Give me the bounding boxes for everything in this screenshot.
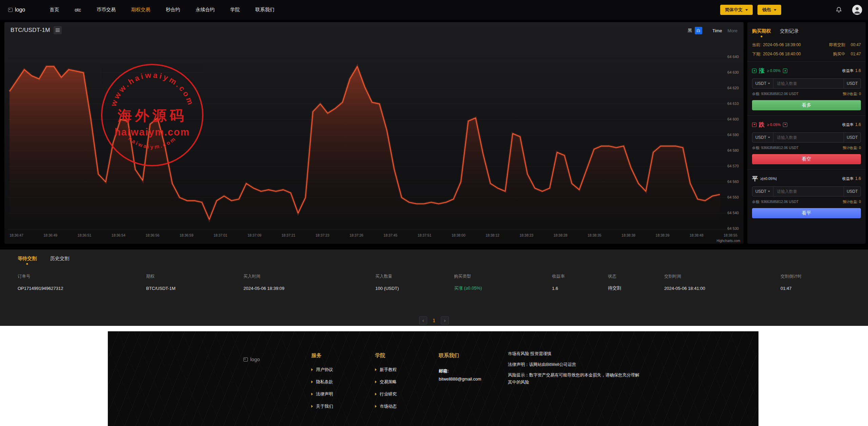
balance-label: 余额: bbox=[752, 146, 760, 150]
column-header: 订单号 bbox=[18, 274, 146, 279]
tab-settle-records[interactable]: 交割记录 bbox=[780, 28, 799, 34]
interval-time-button[interactable]: Time bbox=[712, 28, 722, 33]
footer-column-title: 联系我们 bbox=[439, 352, 481, 359]
x-axis-label: 18:38:23 bbox=[519, 233, 533, 237]
symbol-label: BTC/USDT-1M bbox=[11, 27, 50, 34]
chart-credit[interactable]: Highcharts.com bbox=[717, 239, 740, 243]
logo[interactable]: logo bbox=[8, 7, 25, 13]
wallet-button[interactable]: 钱包 bbox=[757, 5, 781, 15]
notification-bell-icon[interactable] bbox=[835, 6, 842, 13]
logo-image-icon bbox=[8, 8, 13, 12]
tab-history-settlement[interactable]: 历史交割 bbox=[50, 256, 69, 262]
chevron-down-icon bbox=[774, 9, 776, 11]
unit-label: USDT bbox=[844, 133, 861, 142]
nav-item-7[interactable]: 联系我们 bbox=[255, 7, 274, 13]
currency-select[interactable]: USDT bbox=[752, 187, 773, 196]
x-axis-label: 18:36:56 bbox=[145, 233, 159, 237]
footer-logo[interactable]: logo bbox=[243, 356, 260, 362]
buy-down-button[interactable]: 看空 bbox=[752, 154, 861, 164]
balance-value: 93663585812.06 USDT bbox=[761, 92, 798, 96]
chart-controls: 黑 白 Time More bbox=[688, 27, 737, 34]
currency-select[interactable]: USDT bbox=[752, 133, 773, 142]
footer-links: 新手教程交易策略行业研究市场动态 bbox=[375, 364, 397, 412]
current-period-row: 当前:2024-05-06 18:39:00 即将交割00:47 bbox=[752, 40, 861, 50]
profit-value: 0 bbox=[859, 200, 861, 204]
x-axis-label: 18:38:00 bbox=[452, 233, 466, 237]
arrow-right-icon bbox=[375, 393, 377, 395]
profit-value: 0 bbox=[859, 146, 861, 150]
rate-value: 1.6 bbox=[855, 122, 861, 127]
nav-item-6[interactable]: 学院 bbox=[230, 7, 240, 13]
email-label: 邮箱: bbox=[439, 368, 481, 374]
nav-item-0[interactable]: 首页 bbox=[50, 7, 59, 13]
theme-light-button[interactable]: 白 bbox=[695, 27, 702, 34]
x-axis-label: 18:38:35 bbox=[588, 233, 601, 237]
language-select-button[interactable]: 简体中文 bbox=[720, 5, 753, 15]
balance-row: 余额: 93663585812.06 USDT 预计收益: 0 bbox=[752, 146, 861, 150]
x-axis-label: 18:38:38 bbox=[622, 233, 635, 237]
unit-label: USDT bbox=[844, 187, 861, 196]
footer-link[interactable]: 行业研究 bbox=[375, 388, 397, 400]
balance-label: 余额: bbox=[752, 92, 760, 96]
tab-pending-settlement[interactable]: 等待交割 bbox=[18, 256, 37, 262]
table-row: OP1714991949627312BTC/USDT-1M2024-05-06 … bbox=[18, 281, 868, 296]
buy-up-button[interactable]: 看多 bbox=[752, 100, 861, 110]
next-time: 2024-05-06 18:40:00 bbox=[763, 52, 801, 56]
footer-link[interactable]: 用户协议 bbox=[311, 364, 333, 376]
current-page[interactable]: 1 bbox=[433, 318, 435, 323]
price-chart[interactable] bbox=[4, 22, 744, 244]
footer-link[interactable]: 法律声明 bbox=[311, 388, 333, 400]
more-button[interactable]: More bbox=[727, 28, 737, 33]
direction-label: 跌 bbox=[759, 121, 765, 129]
rate-label: 收益率 bbox=[842, 177, 853, 181]
arrow-right-icon bbox=[311, 368, 313, 371]
footer-link[interactable]: 隐私条款 bbox=[311, 376, 333, 388]
chart-menu-button[interactable] bbox=[54, 26, 62, 34]
footer-link[interactable]: 关于我们 bbox=[311, 400, 333, 412]
nav-item-5[interactable]: 永续合约 bbox=[196, 7, 215, 13]
buy-flat-button[interactable]: 看平 bbox=[752, 208, 861, 218]
footer-link[interactable]: 新手教程 bbox=[375, 364, 397, 376]
nav-item-3[interactable]: 期权交易 bbox=[131, 7, 150, 13]
currency-select[interactable]: USDT bbox=[752, 79, 773, 88]
tab-buy-option[interactable]: 购买期权 bbox=[752, 28, 771, 34]
prev-page-button[interactable]: ‹ bbox=[419, 316, 427, 325]
column-header: 购买类型 bbox=[454, 274, 552, 279]
x-axis-label: 18:36:59 bbox=[179, 233, 193, 237]
menu-icon bbox=[56, 28, 60, 32]
x-axis-label: 18:37:21 bbox=[281, 233, 295, 237]
footer-link[interactable]: 市场动态 bbox=[375, 400, 397, 412]
arrow-right-icon bbox=[375, 368, 377, 371]
x-axis-label: 18:36:49 bbox=[43, 233, 57, 237]
x-axis-label: 18:37:01 bbox=[214, 233, 228, 237]
next-page-button[interactable]: › bbox=[441, 316, 449, 325]
trade-panel-tabs: 购买期权 交割记录 bbox=[752, 28, 861, 34]
table-cell: 2024-05-06 18:39:09 bbox=[243, 286, 375, 291]
up-arrow-icon bbox=[783, 69, 787, 73]
nav-item-2[interactable]: 币币交易 bbox=[97, 7, 116, 13]
x-axis-label: 18:37:26 bbox=[350, 233, 363, 237]
chart-header: BTC/USDT-1M bbox=[11, 26, 62, 34]
balance-label: 余额: bbox=[752, 200, 760, 204]
rate-value: 1.6 bbox=[855, 176, 861, 181]
amount-input-down[interactable] bbox=[773, 133, 844, 142]
column-header: 交割时间 bbox=[664, 274, 781, 279]
arrow-right-icon bbox=[311, 393, 313, 395]
x-axis: 18:36:4718:36:4918:36:5118:36:5418:36:56… bbox=[9, 233, 737, 237]
direction-label: 平 bbox=[752, 175, 758, 183]
balance-row: 余额: 93663585812.06 USDT 预计收益: 0 bbox=[752, 200, 861, 204]
top-nav: logo 首页otc币币交易期权交易秒合约永续合约学院联系我们 简体中文 钱包 bbox=[0, 0, 868, 20]
user-avatar[interactable] bbox=[852, 4, 863, 15]
table-cell: BTC/USDT-1M bbox=[146, 286, 243, 291]
unit-label: USDT bbox=[844, 79, 861, 88]
amount-input-up[interactable] bbox=[773, 79, 844, 88]
amount-input-flat[interactable] bbox=[773, 187, 844, 196]
email-address[interactable]: bitwell888@gmail.com bbox=[439, 377, 481, 382]
theme-dark-button[interactable]: 黑 bbox=[688, 27, 692, 34]
footer-link[interactable]: 交易策略 bbox=[375, 376, 397, 388]
nav-item-4[interactable]: 秒合约 bbox=[166, 7, 180, 13]
up-arrow-icon bbox=[752, 69, 756, 73]
down-arrow-icon bbox=[783, 123, 787, 127]
next-label: 下期: bbox=[752, 52, 761, 56]
nav-item-1[interactable]: otc bbox=[75, 7, 81, 13]
